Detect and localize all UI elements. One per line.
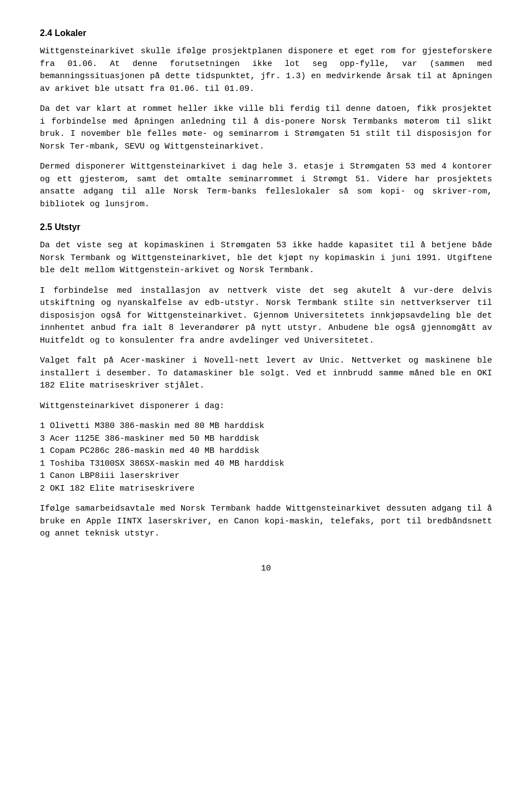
section-25-heading: 2.5 Utstyr	[40, 221, 492, 234]
section-24-para-1: Wittgensteinarkivet skulle ifølge prosje…	[40, 45, 492, 95]
section-24: 2.4 Lokaler Wittgensteinarkivet skulle i…	[40, 27, 492, 211]
equipment-item-0: 1 Olivetti M380 386-maskin med 80 MB har…	[40, 420, 492, 433]
equipment-item-5: 2 OKI 182 Elite matriseskrivere	[40, 483, 492, 496]
equipment-item-4: 1 Canon LBP8iii laserskriver	[40, 470, 492, 483]
section-25-para-1: Da det viste seg at kopimaskinen i Strøm…	[40, 240, 492, 277]
page-number: 10	[40, 563, 492, 575]
section-25-para-4: Wittgensteinarkivet disponerer i dag:	[40, 400, 492, 413]
equipment-item-2: 1 Copam PC286c 286-maskin med 40 MB hard…	[40, 445, 492, 458]
section-24-para-2: Da det var klart at rommet heller ikke v…	[40, 103, 492, 153]
equipment-item-1: 3 Acer 1125E 386-maskiner med 50 MB hard…	[40, 433, 492, 446]
section-25-closing: Ifølge samarbeidsavtale med Norsk Termba…	[40, 503, 492, 541]
equipment-list: 1 Olivetti M380 386-maskin med 80 MB har…	[40, 420, 492, 495]
section-25: 2.5 Utstyr Da det viste seg at kopimaski…	[40, 221, 492, 541]
equipment-item-3: 1 Toshiba T3100SX 386SX-maskin med 40 MB…	[40, 458, 492, 471]
section-25-para-2: I forbindelse med installasjon av nettve…	[40, 285, 492, 348]
section-24-para-3: Dermed disponerer Wittgensteinarkivet i …	[40, 161, 492, 211]
section-25-para-3: Valget falt på Acer-maskiner i Novell-ne…	[40, 355, 492, 393]
section-24-heading: 2.4 Lokaler	[40, 27, 492, 40]
